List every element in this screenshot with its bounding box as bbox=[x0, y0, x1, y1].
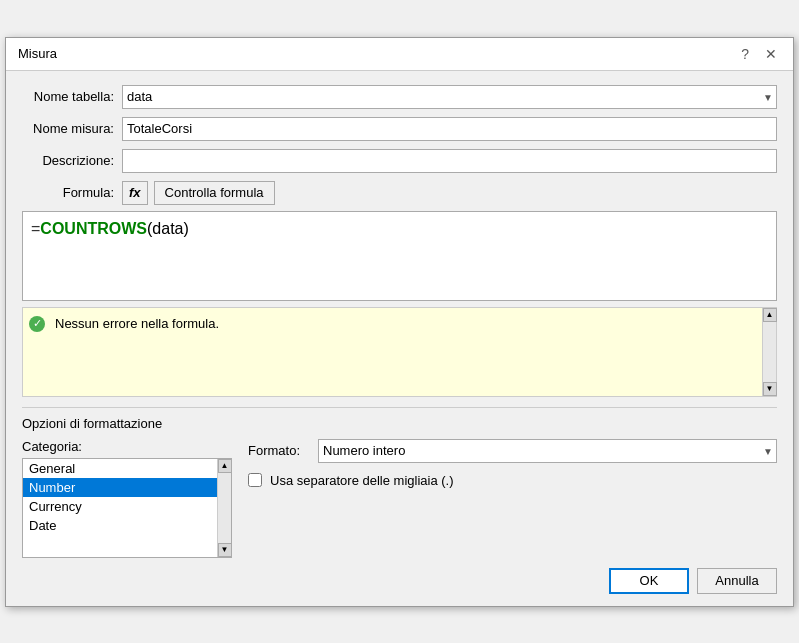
list-item-date[interactable]: Date bbox=[23, 516, 231, 535]
categoria-scroll-down-button[interactable]: ▼ bbox=[218, 543, 232, 557]
dialog-body: Nome tabella: data ▼ Nome misura: Descri… bbox=[6, 71, 793, 606]
formato-label: Formato: bbox=[248, 443, 318, 458]
nome-tabella-row: Nome tabella: data ▼ bbox=[22, 85, 777, 109]
result-scrollbar[interactable]: ▲ ▼ bbox=[762, 308, 776, 396]
categoria-listbox[interactable]: General Number Currency Date ▲ ▼ bbox=[22, 458, 232, 558]
formula-function: COUNTROWS bbox=[40, 220, 147, 237]
dialog-title: Misura bbox=[18, 46, 57, 61]
success-icon: ✓ bbox=[29, 316, 45, 332]
result-icon-wrapper: ✓ bbox=[23, 308, 51, 396]
categoria-scroll-up-button[interactable]: ▲ bbox=[218, 459, 232, 473]
nome-misura-input-wrapper bbox=[122, 117, 777, 141]
formato-select-wrapper: Numero interoNumero decimale ▼ bbox=[318, 439, 777, 463]
formato-section: Formato: Numero interoNumero decimale ▼ … bbox=[248, 439, 777, 558]
formula-argument: data bbox=[152, 220, 183, 237]
result-area: ✓ Nessun errore nella formula. ▲ ▼ bbox=[22, 307, 777, 397]
bottom-buttons: OK Annulla bbox=[22, 558, 777, 594]
categoria-section: Categoria: General Number Currency Date … bbox=[22, 439, 232, 558]
categoria-scrollbar[interactable]: ▲ ▼ bbox=[217, 459, 231, 557]
categoria-label: Categoria: bbox=[22, 439, 232, 454]
formula-label: Formula: bbox=[22, 185, 122, 200]
scroll-up-button[interactable]: ▲ bbox=[763, 308, 777, 322]
descrizione-input-wrapper bbox=[122, 149, 777, 173]
title-bar-controls: ? ✕ bbox=[737, 46, 781, 62]
close-button[interactable]: ✕ bbox=[761, 46, 781, 62]
separator-row: Usa separatore delle migliaia (.) bbox=[248, 473, 777, 488]
nome-tabella-select[interactable]: data bbox=[122, 85, 777, 109]
list-item-number[interactable]: Number bbox=[23, 478, 231, 497]
formula-close-paren: ) bbox=[183, 220, 188, 237]
scroll-down-button[interactable]: ▼ bbox=[763, 382, 777, 396]
nome-tabella-label: Nome tabella: bbox=[22, 89, 122, 104]
misura-dialog: Misura ? ✕ Nome tabella: data ▼ Nome mis… bbox=[5, 37, 794, 607]
formatting-section-title: Opzioni di formattazione bbox=[22, 416, 777, 431]
descrizione-input[interactable] bbox=[122, 149, 777, 173]
ok-button[interactable]: OK bbox=[609, 568, 689, 594]
title-bar: Misura ? ✕ bbox=[6, 38, 793, 71]
descrizione-label: Descrizione: bbox=[22, 153, 122, 168]
separator-checkbox[interactable] bbox=[248, 473, 262, 487]
controlla-formula-button[interactable]: Controlla formula bbox=[154, 181, 275, 205]
section-divider bbox=[22, 407, 777, 408]
nome-misura-input[interactable] bbox=[122, 117, 777, 141]
formatting-section: Categoria: General Number Currency Date … bbox=[22, 439, 777, 558]
fx-button[interactable]: fx bbox=[122, 181, 148, 205]
list-item-currency[interactable]: Currency bbox=[23, 497, 231, 516]
formula-row: Formula: fx Controlla formula bbox=[22, 181, 777, 205]
nome-tabella-select-wrapper: data ▼ bbox=[122, 85, 777, 109]
descrizione-row: Descrizione: bbox=[22, 149, 777, 173]
formato-select[interactable]: Numero interoNumero decimale bbox=[318, 439, 777, 463]
list-item-general[interactable]: General bbox=[23, 459, 231, 478]
nome-misura-label: Nome misura: bbox=[22, 121, 122, 136]
formato-row: Formato: Numero interoNumero decimale ▼ bbox=[248, 439, 777, 463]
result-message: Nessun errore nella formula. bbox=[51, 308, 762, 396]
formula-editor[interactable]: =COUNTROWS(data) bbox=[22, 211, 777, 301]
nome-misura-row: Nome misura: bbox=[22, 117, 777, 141]
cancel-button[interactable]: Annulla bbox=[697, 568, 777, 594]
formula-equals: = bbox=[31, 220, 40, 237]
separator-label: Usa separatore delle migliaia (.) bbox=[270, 473, 454, 488]
help-button[interactable]: ? bbox=[737, 46, 753, 62]
